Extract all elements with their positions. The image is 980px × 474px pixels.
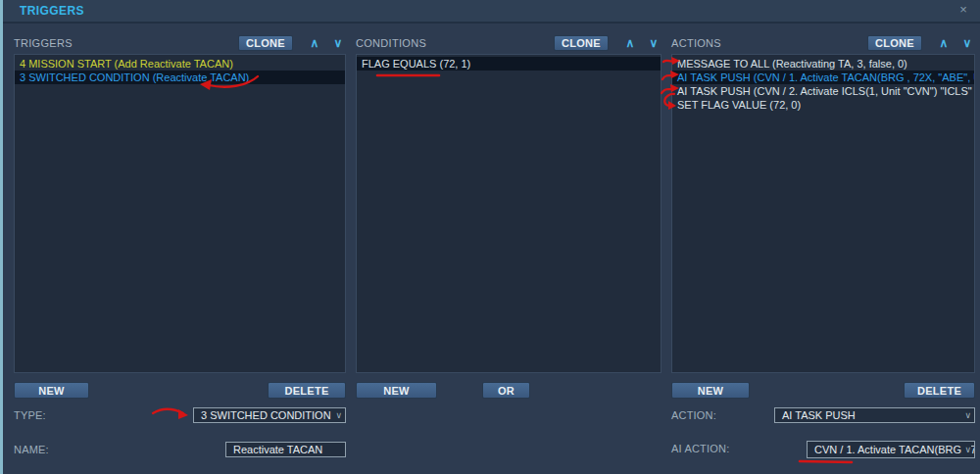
- triggers-header-label: TRIGGERS: [14, 37, 238, 49]
- action-type-value: AI TASK PUSH: [782, 409, 856, 421]
- dialog-titlebar[interactable]: TRIGGERS ×: [3, 0, 980, 24]
- action-list-item[interactable]: MESSAGE TO ALL (Reactivating TA, 3, fals…: [672, 57, 974, 71]
- ai-action-value: CVN / 1. Activate TACAN(BRG , 7: [814, 444, 975, 455]
- actions-clone-button[interactable]: CLONE: [867, 35, 922, 51]
- action-label: ACTION:: [671, 407, 716, 424]
- trigger-list-item-selected[interactable]: 3 SWITCHED CONDITION (Reactivate TACAN): [15, 71, 345, 84]
- conditions-move-down-icon[interactable]: ∨: [646, 35, 662, 51]
- triggers-new-button[interactable]: NEW: [14, 382, 89, 399]
- conditions-clone-button[interactable]: CLONE: [554, 35, 609, 51]
- action-list-item[interactable]: AI TASK PUSH (CVN / 2. Activate ICLS(1, …: [672, 84, 974, 98]
- triggers-dialog: TRIGGERS × TRIGGERS CLONE ∧ ∨ 4 MISSION …: [0, 0, 980, 474]
- conditions-or-button[interactable]: OR: [482, 382, 530, 399]
- action-type-dropdown[interactable]: AI TASK PUSH ∨: [774, 407, 975, 423]
- triggers-column: TRIGGERS CLONE ∧ ∨ 4 MISSION START (Add …: [14, 35, 346, 474]
- conditions-new-button[interactable]: NEW: [356, 382, 437, 399]
- actions-move-up-icon[interactable]: ∧: [936, 35, 952, 51]
- chevron-down-icon: ∨: [962, 444, 971, 456]
- window-left-accent: [0, 0, 3, 474]
- triggers-move-down-icon[interactable]: ∨: [330, 35, 346, 51]
- type-label: TYPE:: [14, 407, 46, 424]
- trigger-name-input[interactable]: Reactivate TACAN: [225, 442, 346, 457]
- actions-new-button[interactable]: NEW: [671, 382, 750, 399]
- actions-header-label: ACTIONS: [671, 37, 867, 49]
- name-label: NAME:: [14, 442, 49, 458]
- ai-action-dropdown[interactable]: CVN / 1. Activate TACAN(BRG , 7 ∨: [807, 441, 975, 458]
- actions-list: MESSAGE TO ALL (Reactivating TA, 3, fals…: [671, 54, 975, 373]
- triggers-move-up-icon[interactable]: ∧: [307, 35, 322, 51]
- trigger-type-dropdown[interactable]: 3 SWITCHED CONDITION ∨: [193, 407, 346, 423]
- actions-delete-button[interactable]: DELETE: [904, 382, 975, 399]
- trigger-type-value: 3 SWITCHED CONDITION: [201, 409, 331, 421]
- close-icon[interactable]: ×: [955, 1, 972, 19]
- ai-action-label: AI ACTION:: [671, 441, 729, 457]
- triggers-delete-button[interactable]: DELETE: [268, 382, 346, 399]
- action-list-item-selected[interactable]: AI TASK PUSH (CVN / 1. Activate TACAN(BR…: [672, 71, 974, 84]
- actions-column: ACTIONS CLONE ∧ ∨ MESSAGE TO ALL (Reacti…: [671, 35, 975, 474]
- trigger-list-item[interactable]: 4 MISSION START (Add Reactivate TACAN): [15, 57, 345, 71]
- conditions-column: CONDITIONS CLONE ∧ ∨ FLAG EQUALS (72, 1)…: [356, 35, 662, 474]
- action-list-item[interactable]: SET FLAG VALUE (72, 0): [672, 98, 974, 112]
- chevron-down-icon: ∨: [333, 409, 342, 422]
- condition-list-item-selected[interactable]: FLAG EQUALS (72, 1): [357, 57, 661, 71]
- actions-move-down-icon[interactable]: ∨: [959, 35, 975, 51]
- chevron-down-icon: ∨: [962, 409, 971, 422]
- conditions-move-up-icon[interactable]: ∧: [622, 35, 638, 51]
- conditions-list: FLAG EQUALS (72, 1): [356, 54, 662, 373]
- conditions-header-label: CONDITIONS: [356, 37, 554, 49]
- triggers-list: 4 MISSION START (Add Reactivate TACAN) 3…: [14, 54, 346, 373]
- triggers-clone-button[interactable]: CLONE: [238, 35, 293, 51]
- dialog-title: TRIGGERS: [20, 4, 84, 18]
